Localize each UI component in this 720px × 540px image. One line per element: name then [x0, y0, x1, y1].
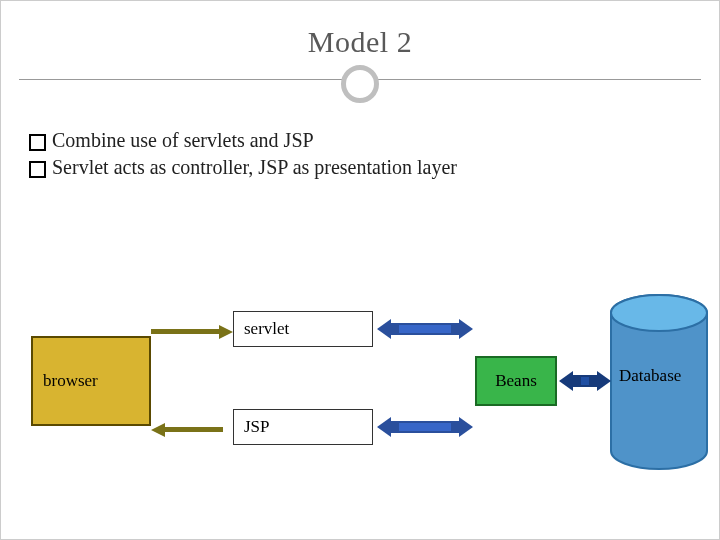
bullet-text: Servlet acts as controller, JSP as prese…: [52, 156, 457, 179]
node-servlet: servlet: [233, 311, 373, 347]
arrow-jsp-to-browser-icon: [163, 427, 223, 432]
node-database-label: Database: [619, 366, 681, 386]
node-label: Beans: [495, 371, 537, 391]
bullet-square-icon: [29, 134, 46, 151]
node-beans: Beans: [475, 356, 557, 406]
arrow-browser-to-servlet-icon: [151, 329, 221, 334]
node-label: browser: [43, 371, 98, 391]
bullet-square-icon: [29, 161, 46, 178]
title-divider: [1, 79, 719, 107]
divider-circle-icon: [341, 65, 379, 103]
node-browser: browser: [31, 336, 151, 426]
svg-point-1: [611, 295, 707, 331]
arrow-servlet-beans-icon: [387, 323, 463, 335]
slide: Model 2 Combine use of servlets and JSP …: [0, 0, 720, 540]
node-label: JSP: [244, 417, 270, 437]
slide-title: Model 2: [1, 25, 719, 59]
arrow-jsp-beans-icon: [387, 421, 463, 433]
node-jsp: JSP: [233, 409, 373, 445]
node-label: servlet: [244, 319, 289, 339]
bullet-list: Combine use of servlets and JSP Servlet …: [29, 129, 691, 179]
bullet-item: Servlet acts as controller, JSP as prese…: [29, 156, 691, 179]
arrow-beans-database-icon: [569, 375, 601, 387]
bullet-item: Combine use of servlets and JSP: [29, 129, 691, 152]
architecture-diagram: browser servlet JSP Beans Database: [1, 281, 720, 511]
bullet-text: Combine use of servlets and JSP: [52, 129, 314, 152]
